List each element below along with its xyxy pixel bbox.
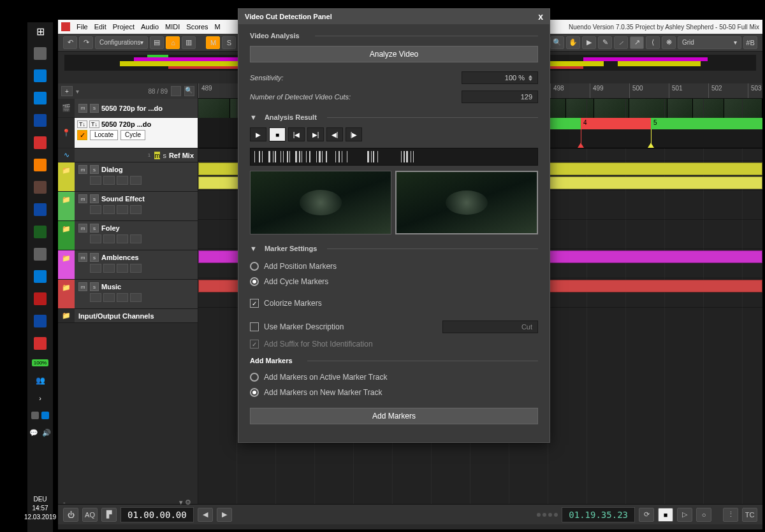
sub-ctrl[interactable] xyxy=(130,176,142,185)
clock-time[interactable]: 14:57 xyxy=(24,505,56,512)
marker-flag[interactable] xyxy=(581,129,581,148)
taskbar-app-5[interactable] xyxy=(34,136,47,149)
add-active-radio[interactable]: Add Markers on Active Marker Track xyxy=(250,370,538,385)
taskbar-app-2[interactable] xyxy=(34,69,47,82)
mute-button[interactable]: m xyxy=(78,194,87,203)
menu-project[interactable]: Project xyxy=(113,23,135,31)
add-markers-button[interactable]: Add Markers xyxy=(250,408,538,424)
cycle-marker-5[interactable]: 5 xyxy=(651,118,762,129)
locate-button[interactable]: Locate xyxy=(90,130,118,140)
collapse-icon[interactable]: - xyxy=(63,498,66,507)
power-button[interactable]: ⏻ xyxy=(63,508,78,522)
menu-scores[interactable]: Scores xyxy=(186,23,208,31)
undo-button[interactable]: ↶ xyxy=(63,36,77,49)
mute-all-button[interactable]: M xyxy=(206,36,220,49)
panel-title-bar[interactable]: Video Cut Detection Panel x xyxy=(238,9,550,24)
close-icon[interactable]: x xyxy=(538,11,543,22)
taskbar-app-13[interactable] xyxy=(34,315,47,327)
solo-button[interactable]: s xyxy=(90,282,99,291)
secondary-time[interactable]: 01.19.35.23 xyxy=(562,507,635,522)
search-track-icon[interactable]: 🔍 xyxy=(184,86,194,96)
sub-ctrl[interactable] xyxy=(103,293,115,302)
marker-settings-section[interactable]: ▼Marker Settings xyxy=(250,245,538,252)
play-button[interactable]: ▷ xyxy=(677,508,692,522)
taskbar-app-4[interactable] xyxy=(34,114,47,127)
sub-ctrl[interactable] xyxy=(103,205,115,214)
video-track[interactable]: 🎬 m s 5050 720p for ...do xyxy=(58,99,198,118)
start-icon[interactable]: ⊞ xyxy=(36,25,45,38)
taskbar-app-12[interactable] xyxy=(34,292,47,305)
prev-icon[interactable]: |◀ xyxy=(288,127,305,141)
marker-track[interactable]: 📍 T↓ T↓ 5050 720p ...do ✓ Locate Cycle xyxy=(58,118,198,148)
visibility-icon[interactable] xyxy=(171,86,181,96)
taskbar-app-7[interactable] xyxy=(34,181,47,194)
tray-icon[interactable] xyxy=(31,412,39,419)
language-indicator[interactable]: DEU xyxy=(24,496,56,503)
tool-play[interactable]: ▶ xyxy=(582,36,596,49)
folder-music[interactable]: 📁 msMusic xyxy=(58,280,198,309)
configurations-dropdown[interactable]: Configurations ▾ xyxy=(95,36,148,49)
solo-button[interactable]: s xyxy=(90,165,99,174)
sub-ctrl[interactable] xyxy=(90,205,101,214)
skip-fwd-icon[interactable]: |▶ xyxy=(346,127,362,141)
more-button[interactable]: ⋮ xyxy=(723,508,738,522)
settings-icon[interactable]: ▾ ⚙ xyxy=(179,498,191,507)
stepper-icon[interactable] xyxy=(528,75,532,81)
punch-in-button[interactable]: ▛ xyxy=(101,508,117,522)
description-input[interactable]: Cut xyxy=(442,320,538,333)
sub-ctrl[interactable] xyxy=(130,234,142,243)
sub-ctrl[interactable] xyxy=(103,234,115,243)
sub-ctrl[interactable] xyxy=(130,205,142,214)
taskbar-app-9[interactable] xyxy=(34,226,47,238)
mute-button[interactable]: m xyxy=(78,224,87,233)
expand-tray-icon[interactable]: › xyxy=(39,394,41,402)
taskbar-app-11[interactable] xyxy=(34,270,47,283)
folder-foley[interactable]: 📁 msFoley xyxy=(58,221,198,250)
left-locator[interactable]: ◀ xyxy=(198,508,213,522)
cycle-button[interactable]: Cycle xyxy=(120,130,145,140)
cycle-marker-4[interactable]: 4 xyxy=(581,118,651,129)
solo-button[interactable]: s xyxy=(163,152,166,159)
tool-line[interactable]: ⟋ xyxy=(614,36,628,49)
use-description-check[interactable]: Use Marker Description Cut xyxy=(250,317,538,336)
taskbar-app-8[interactable] xyxy=(34,203,47,216)
folder-dialog[interactable]: 📁 msDialog xyxy=(58,162,198,192)
sub-ctrl[interactable] xyxy=(103,264,115,273)
tool-draw[interactable]: ✎ xyxy=(598,36,612,49)
redo-button[interactable]: ↷ xyxy=(79,36,93,49)
menu-file[interactable]: File xyxy=(76,23,88,31)
solo-button[interactable]: s xyxy=(90,194,99,203)
taskbar-app-3[interactable] xyxy=(34,92,47,104)
people-icon[interactable]: 👥 xyxy=(36,376,45,385)
menu-midi[interactable]: MIDI xyxy=(165,23,180,31)
solo-button[interactable]: s xyxy=(90,104,99,113)
taskbar-app-6[interactable] xyxy=(34,159,47,171)
mute-button[interactable]: m xyxy=(78,253,87,262)
stop-icon[interactable]: ■ xyxy=(269,127,286,141)
sensitivity-input[interactable]: 100 % xyxy=(462,71,538,84)
play-icon[interactable]: ▶ xyxy=(250,127,266,141)
analyze-video-button[interactable]: Analyze Video xyxy=(250,46,538,62)
sub-ctrl[interactable] xyxy=(90,176,101,185)
tool-active[interactable]: ↗ xyxy=(630,36,644,49)
folder-ambiences[interactable]: 📁 msAmbiences xyxy=(58,250,198,280)
cuts-barcode[interactable] xyxy=(250,148,538,166)
menu-m[interactable]: M xyxy=(215,23,221,31)
volume-icon[interactable]: 🔊 xyxy=(42,429,51,437)
toolbar-btn-1[interactable]: ▤ xyxy=(150,36,164,49)
sub-ctrl[interactable] xyxy=(117,293,128,302)
right-locator[interactable]: ▶ xyxy=(217,508,232,522)
add-position-radio[interactable]: Add Position Markers xyxy=(250,259,538,274)
taskbar-app-1[interactable] xyxy=(34,47,47,60)
primary-time[interactable]: 01.00.00.00 xyxy=(120,507,194,522)
tc-button[interactable]: TC xyxy=(742,508,757,522)
preview-frame-right[interactable] xyxy=(395,171,538,234)
menu-audio[interactable]: Audio xyxy=(141,23,159,31)
aq-button[interactable]: AQ xyxy=(82,508,98,522)
cycle-button[interactable]: ⟳ xyxy=(639,508,654,522)
tray-icon-2[interactable] xyxy=(41,412,49,419)
toolbar-btn-home[interactable]: ⌂ xyxy=(166,36,180,49)
sub-ctrl[interactable] xyxy=(117,205,128,214)
tool-hand[interactable]: ✋ xyxy=(566,36,580,49)
sub-ctrl[interactable] xyxy=(117,176,128,185)
